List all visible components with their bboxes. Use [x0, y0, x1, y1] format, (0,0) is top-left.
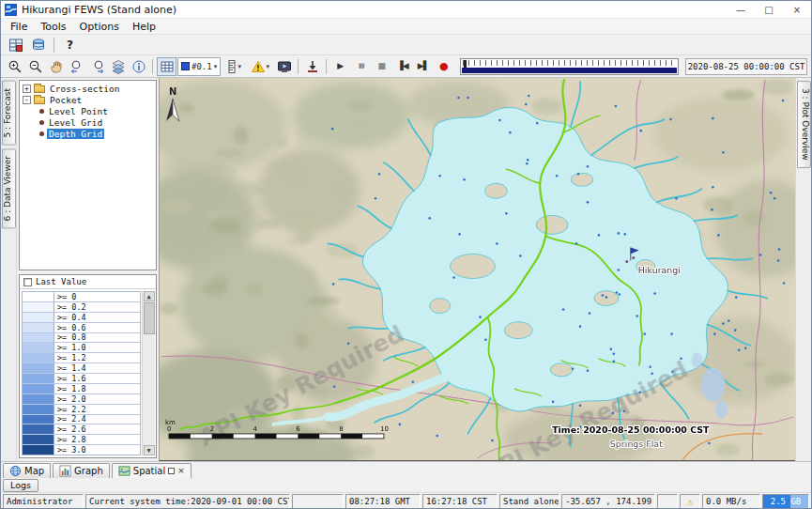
menu-help[interactable]: Help [126, 21, 162, 33]
svg-text:10: 10 [380, 425, 389, 433]
tree-toggle-icon[interactable]: - [23, 96, 31, 104]
tab-data-viewer[interactable]: 6 : Data Viewer [2, 148, 16, 228]
legend-row: >= 0.6 [23, 322, 140, 332]
database-icon[interactable] [28, 36, 48, 54]
svg-text:0: 0 [167, 425, 171, 433]
tree-item[interactable]: -Pocket [20, 94, 156, 105]
status-spacer [292, 494, 344, 509]
legend-swatch [23, 363, 54, 373]
menu-file[interactable]: File [4, 21, 34, 33]
stop-button[interactable]: ■ [372, 57, 391, 76]
legend-table: >= 0>= 0.2>= 0.4>= 0.6>= 0.8>= 1.0>= 1.2… [22, 291, 141, 455]
step-back-button[interactable]: ▐◀ [392, 57, 412, 76]
tab-graph[interactable]: Graph [53, 463, 110, 478]
legend-row: >= 0.4 [23, 312, 140, 322]
pause-button[interactable]: ▮▮ [351, 57, 371, 76]
map-canvas[interactable]: Hikurangi Springs Flat API Key Required … [160, 78, 795, 460]
undock-icon[interactable] [168, 468, 175, 474]
close-button[interactable]: × [783, 1, 811, 18]
legend-panel: Last Value >= 0>= 0.2>= 0.4>= 0.6>= 0.8>… [19, 274, 157, 458]
info-icon[interactable] [129, 57, 148, 76]
legend-swatch [23, 292, 54, 301]
classification-value: #0.1 [192, 62, 212, 71]
legend-row: >= 2.4 [23, 414, 140, 424]
tab-map[interactable]: Map [3, 463, 51, 478]
layers-icon[interactable] [108, 57, 128, 76]
movie-export-icon[interactable] [274, 57, 294, 76]
status-gmt-time: 08:27:18 GMT [345, 494, 421, 509]
legend-label: >= 3.0 [54, 445, 86, 455]
chevron-down-icon: ▾ [237, 63, 241, 70]
left-panel: +Cross-section-PocketLevel PointLevel Gr… [17, 78, 159, 461]
minimize-button[interactable]: — [727, 1, 755, 18]
window-title: Hikurangi FEWS (Stand alone) [22, 4, 727, 16]
legend-row: >= 1.4 [23, 362, 140, 373]
legend-swatch [23, 424, 54, 434]
legend-label: >= 0.2 [54, 302, 86, 312]
status-spacer [657, 494, 678, 509]
scroll-down-icon[interactable]: ▼ [144, 445, 155, 455]
play-button[interactable]: ▶ [330, 57, 350, 76]
legend-label: >= 2.0 [54, 394, 86, 404]
toolbar-separator [54, 38, 54, 53]
tree: +Cross-section-PocketLevel PointLevel Gr… [19, 80, 157, 270]
tree-item[interactable]: Level Grid [20, 116, 156, 128]
tab-spatial[interactable]: Spatial × [112, 463, 192, 478]
tab-plot-overview[interactable]: 3 : Plot Overview [797, 81, 811, 168]
scrollbar-thumb[interactable] [144, 302, 155, 334]
tree-item[interactable]: Depth Grid [20, 128, 156, 139]
point-icon [39, 120, 44, 125]
menu-tools[interactable]: Tools [34, 21, 72, 33]
scale-bar-dropdown[interactable]: ▾ [222, 57, 246, 76]
close-tab-icon[interactable]: × [177, 467, 185, 475]
locality-label: Springs Flat [610, 439, 663, 449]
status-system-time: Current system time:2020-09-01 00:00 CST [85, 494, 290, 509]
menu-options[interactable]: Options [73, 21, 126, 33]
status-memory[interactable]: 2.5 GB [762, 494, 809, 509]
classification-dropdown[interactable]: #0.1 ▾ [177, 57, 221, 76]
legend-label: >= 1.4 [54, 363, 86, 373]
map-toolbar: #0.1 ▾ ▾ ▾ ▶ ▮▮ ■ ▐◀ ▶▌ ● 2020-08-25 00: [1, 55, 811, 78]
title-bar: Hikurangi FEWS (Stand alone) — □ × [1, 1, 811, 19]
explorer-grid-icon[interactable] [6, 36, 25, 54]
help-icon[interactable]: ? [60, 36, 80, 54]
legend-scrollbar[interactable]: ▲ ▼ [142, 291, 155, 455]
tab-graph-label: Graph [74, 466, 103, 476]
maximize-button[interactable]: □ [755, 1, 783, 18]
status-warning-icon[interactable]: ⚠ [680, 494, 700, 509]
zoom-previous-icon[interactable] [67, 57, 86, 76]
scroll-up-icon[interactable]: ▲ [144, 291, 155, 301]
map-viewport[interactable]: Hikurangi Springs Flat API Key Required … [159, 78, 795, 461]
toolbar-separator [152, 59, 153, 74]
tree-item[interactable]: Level Point [20, 105, 156, 116]
legend-row: >= 1.6 [23, 373, 140, 383]
download-data-icon[interactable] [302, 57, 322, 76]
timeline-slider[interactable] [460, 58, 679, 75]
warning-threshold-dropdown[interactable]: ▾ [247, 57, 273, 76]
tab-forecast[interactable]: 5 : Forecast [2, 81, 16, 146]
tree-item[interactable]: +Cross-section [20, 83, 156, 94]
legend-row: >= 0 [23, 292, 140, 301]
record-button[interactable]: ● [434, 57, 453, 76]
pan-hand-icon[interactable] [46, 57, 66, 76]
legend-row: >= 3.0 [23, 444, 140, 455]
zoom-next-icon[interactable] [87, 57, 107, 76]
last-value-checkbox[interactable] [23, 278, 32, 286]
zoom-in-icon[interactable] [5, 57, 24, 76]
folder-icon [34, 97, 45, 104]
legend-label: >= 0.4 [54, 313, 86, 322]
legend-row: >= 1.2 [23, 352, 140, 362]
svg-text:4: 4 [253, 425, 258, 433]
tab-spatial-label: Spatial [133, 466, 165, 476]
legend-swatch [23, 394, 54, 404]
legend-swatch [23, 405, 54, 414]
town-label: Hikurangi [638, 264, 681, 274]
grid-display-icon[interactable] [157, 57, 176, 76]
current-datetime: 2020-08-25 00:00:00 CST [685, 58, 807, 75]
tree-toggle-icon[interactable]: + [23, 85, 31, 93]
map-time-label: Time: 2020-08-25 00:00:00 CST [552, 424, 710, 435]
logs-button[interactable]: Logs [3, 479, 38, 492]
legend-swatch [23, 353, 54, 362]
step-forward-button[interactable]: ▶▌ [413, 57, 433, 76]
zoom-out-icon[interactable] [25, 57, 45, 76]
